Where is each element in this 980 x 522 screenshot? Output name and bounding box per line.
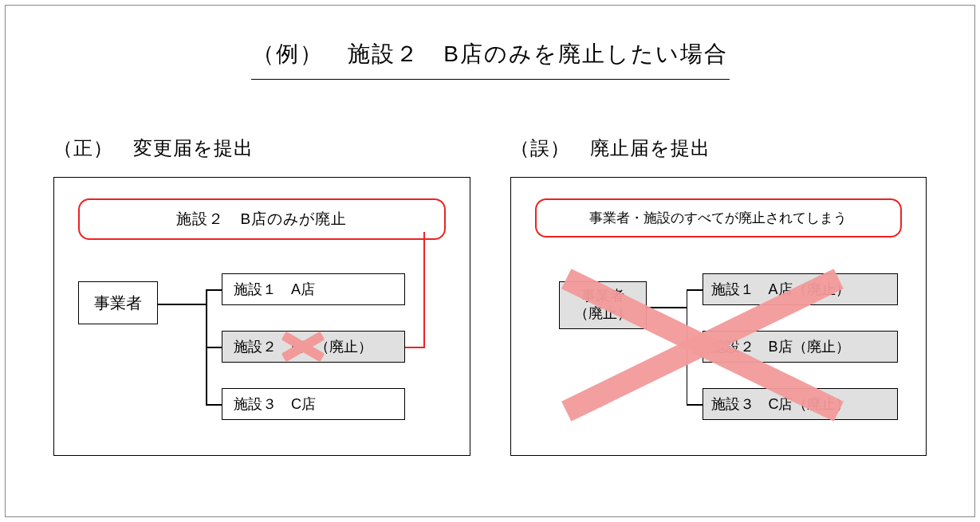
connector (687, 289, 703, 291)
operator-line2: （廃止） (574, 305, 632, 323)
connector (687, 404, 703, 406)
operator-box: 事業者 (78, 281, 158, 324)
operator-line1: 事業者 (581, 288, 624, 305)
correct-tree: 事業者 施設１ A店 施設２ B店（廃止） 施設３ C店 (78, 273, 446, 439)
connector (206, 347, 222, 348)
correct-note: 施設２ B店のみが廃止 (78, 198, 446, 240)
connector (206, 289, 222, 291)
facility-box-abolished: 施設２ B店（廃止） (703, 331, 898, 363)
incorrect-note: 事業者・施設のすべてが廃止されてしまう (535, 198, 903, 237)
columns: （正） 変更届を提出 施設２ B店のみが廃止 事業者 施設１ A店 施設２ B店… (6, 80, 974, 456)
facility-box-abolished: 施設３ C店（廃止） (703, 388, 898, 420)
incorrect-panel: 事業者・施設のすべてが廃止されてしまう 事業者 （廃止） 施設１ A店（廃止） … (510, 177, 927, 456)
correct-column: （正） 変更届を提出 施設２ B店のみが廃止 事業者 施設１ A店 施設２ B店… (53, 135, 470, 456)
operator-box-abolished: 事業者 （廃止） (559, 281, 647, 329)
page-title: （例） 施設２ B店のみを廃止したい場合 (6, 6, 974, 69)
facility-box: 施設３ C店 (222, 388, 405, 420)
connector (206, 404, 222, 406)
facility-box: 施設１ A店 (222, 273, 405, 305)
correct-heading: （正） 変更届を提出 (53, 135, 470, 161)
facility-box-abolished: 施設１ A店（廃止） (703, 273, 898, 305)
connector (158, 304, 206, 305)
correct-panel: 施設２ B店のみが廃止 事業者 施設１ A店 施設２ B店（廃止） 施設３ C店 (53, 177, 470, 456)
connector (687, 347, 703, 348)
connector (647, 307, 687, 308)
page-frame: （例） 施設２ B店のみを廃止したい場合 （正） 変更届を提出 施設２ B店のみ… (5, 5, 975, 517)
incorrect-heading: （誤） 廃止届を提出 (510, 135, 927, 161)
incorrect-tree: 事業者 （廃止） 施設１ A店（廃止） 施設２ B店（廃止） 施設３ C店（廃止… (535, 273, 903, 439)
cross-icon (284, 331, 322, 363)
incorrect-column: （誤） 廃止届を提出 事業者・施設のすべてが廃止されてしまう 事業者 （廃止） … (510, 135, 927, 456)
